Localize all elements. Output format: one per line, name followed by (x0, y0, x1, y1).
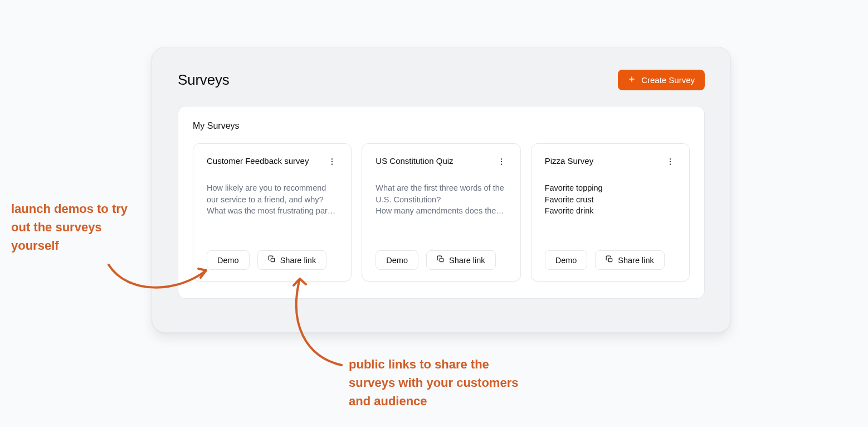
demo-button[interactable]: Demo (207, 250, 250, 270)
card-title: US Constitution Quiz (376, 156, 453, 166)
card-header: Customer Feedback survey (207, 156, 338, 169)
more-options-button[interactable] (326, 156, 338, 169)
svg-point-4 (331, 164, 333, 165)
svg-rect-5 (271, 258, 274, 261)
more-options-button[interactable] (665, 156, 676, 169)
svg-point-3 (331, 161, 333, 162)
create-survey-label: Create Survey (641, 75, 695, 85)
card-description: Favorite topping Favorite crust Favorite… (545, 182, 676, 217)
share-link-button[interactable]: Share link (257, 250, 326, 270)
svg-point-2 (331, 158, 333, 159)
demo-label: Demo (217, 256, 239, 265)
annotation-share: public links to share the surveys with y… (349, 355, 538, 410)
card-description: How likely are you to recommend our serv… (207, 182, 338, 217)
card-actions: Demo Share link (207, 250, 338, 270)
demo-button[interactable]: Demo (545, 250, 588, 270)
survey-card: Customer Feedback survey How likely are … (193, 143, 352, 282)
share-label: Share link (449, 256, 485, 265)
svg-point-6 (501, 158, 502, 159)
svg-point-8 (501, 164, 502, 165)
demo-button[interactable]: Demo (376, 250, 418, 270)
card-title: Customer Feedback survey (207, 156, 309, 166)
more-vertical-icon (497, 159, 506, 168)
share-label: Share link (280, 256, 316, 265)
survey-cards-row: Customer Feedback survey How likely are … (193, 143, 690, 282)
card-header: Pizza Survey (545, 156, 676, 169)
create-survey-button[interactable]: Create Survey (618, 70, 705, 90)
share-link-button[interactable]: Share link (426, 250, 495, 270)
svg-point-7 (501, 161, 502, 162)
copy-icon (606, 255, 613, 265)
surveys-panel: Surveys Create Survey My Surveys Custome… (152, 47, 731, 333)
card-actions: Demo Share link (545, 250, 676, 270)
svg-point-12 (670, 164, 671, 165)
svg-point-11 (670, 161, 671, 162)
copy-icon (437, 255, 445, 265)
copy-icon (268, 255, 276, 265)
more-options-button[interactable] (496, 156, 507, 169)
svg-rect-9 (440, 258, 443, 261)
demo-label: Demo (555, 256, 577, 265)
share-label: Share link (618, 256, 654, 265)
demo-label: Demo (386, 256, 408, 265)
svg-rect-13 (609, 258, 612, 261)
card-title: Pizza Survey (545, 156, 594, 166)
my-surveys-container: My Surveys Customer Feedback survey (178, 106, 705, 299)
panel-header: Surveys Create Survey (178, 70, 705, 90)
plus-icon (628, 75, 636, 85)
more-vertical-icon (666, 159, 675, 168)
card-header: US Constitution Quiz (376, 156, 506, 169)
more-vertical-icon (328, 159, 337, 168)
page-title: Surveys (178, 71, 230, 89)
annotation-demo: launch demos to try out the surveys your… (11, 200, 145, 255)
survey-card: Pizza Survey Favorite topping Favorite c… (531, 143, 690, 282)
section-title: My Surveys (193, 121, 690, 131)
svg-point-10 (670, 158, 671, 159)
survey-card: US Constitution Quiz What are the first … (362, 143, 520, 282)
card-actions: Demo Share link (376, 250, 506, 270)
share-link-button[interactable]: Share link (595, 250, 664, 270)
card-description: What are the first three words of the U.… (376, 182, 506, 217)
